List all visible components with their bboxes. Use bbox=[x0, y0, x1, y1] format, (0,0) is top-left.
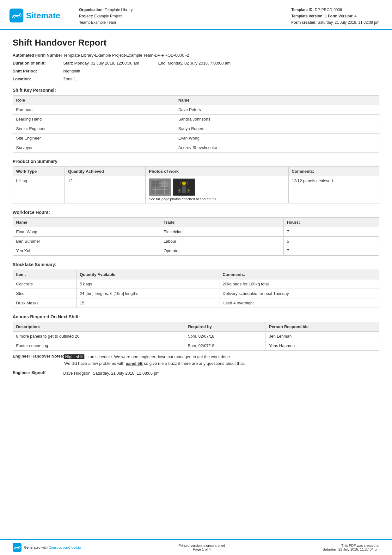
template-id-value-text: DP-PROD-0006 bbox=[315, 8, 342, 12]
sitemate-logo-icon bbox=[9, 9, 23, 22]
workforce-hours-title: Workforce Hours: bbox=[13, 210, 379, 215]
engineer-signoff-row: Engineer Signoff Dave Hodgson, Saturday,… bbox=[13, 370, 379, 377]
note2-rest: so give me a buzz if there are any quest… bbox=[143, 361, 245, 366]
table-cell: Steel bbox=[13, 289, 77, 298]
team-label: Team: bbox=[79, 20, 90, 25]
table-row: ForemanDave Peters bbox=[13, 105, 379, 115]
ss-col-item: Item: bbox=[13, 270, 77, 279]
footer-center-line2: Page 1 of 4 bbox=[179, 547, 225, 551]
report-title: Shift Handover Report bbox=[13, 38, 379, 48]
production-summary-table: Work Type Quantity Achieved Photos of wo… bbox=[13, 166, 379, 203]
engineer-handover-row: Engineer Handover Notes: Night shift is … bbox=[13, 354, 379, 367]
shift-period-value: Nightshift bbox=[63, 69, 379, 73]
svg-point-19 bbox=[188, 190, 189, 191]
skp-col-role: Role bbox=[13, 96, 175, 105]
footer-right: This PDF was created at Saturday, 21 Jul… bbox=[323, 544, 379, 551]
footer-right-line1: This PDF was created at bbox=[323, 544, 379, 547]
table-cell: 7 bbox=[284, 227, 379, 237]
footer-link[interactable]: ConstructionCloud.io bbox=[49, 546, 81, 549]
template-version-line: Template Version: 1 Form Version: 4 bbox=[291, 13, 379, 19]
actions-required-header-row: Description: Required by Person Responsi… bbox=[13, 322, 379, 332]
svg-rect-9 bbox=[152, 181, 159, 187]
table-cell: Evan Wong bbox=[175, 134, 379, 143]
ar-col-required-by: Required by bbox=[185, 322, 266, 332]
workforce-hours-header-row: Name Trade Hours: bbox=[13, 218, 379, 227]
location-value: Zone 1 bbox=[63, 77, 379, 81]
table-cell: Sandra Johnsons bbox=[175, 115, 379, 124]
footer-right-line2: Saturday, 21 July 2018, 11:27:04 pm bbox=[323, 547, 379, 551]
panel-5b-link[interactable]: panel 5B bbox=[126, 361, 143, 366]
header: Sitemate Organisation: Template Library … bbox=[0, 0, 392, 30]
duration-label: Duration of shift: bbox=[13, 61, 63, 65]
table-cell: 15 bbox=[77, 298, 219, 308]
production-summary-title: Production Summary bbox=[13, 159, 379, 164]
automated-form-number-value: Template Library-Example Project-Example… bbox=[63, 53, 379, 58]
table-row: Concrete5 bags20kg bags for 100kg total bbox=[13, 279, 379, 289]
table-cell: 5 bbox=[284, 237, 379, 246]
table-cell: Footer concreting bbox=[13, 341, 185, 351]
table-cell: Foreman bbox=[13, 105, 175, 115]
table-row: Site EngineerEvan Wong bbox=[13, 134, 379, 143]
table-cell: 5 bags bbox=[77, 279, 219, 289]
footer-generated-pre: Generated with bbox=[24, 546, 49, 549]
footer-generated-text: Generated with ConstructionCloud.io bbox=[24, 546, 81, 549]
svg-rect-10 bbox=[161, 181, 168, 187]
actions-required-title: Actions Required On Next Shift: bbox=[13, 314, 379, 319]
table-cell: 8 more panels to get to outlined 20 bbox=[13, 332, 185, 341]
form-created-line: Form created: Saturday, 21 July 2018, 11… bbox=[291, 20, 379, 25]
duration-end: End: Monday, 02 July 2018, 7:00:00 am bbox=[158, 61, 230, 65]
table-cell: Electrician bbox=[160, 227, 284, 237]
table-cell: 7 bbox=[284, 246, 379, 256]
table-cell: Evan Wong bbox=[13, 227, 160, 237]
engineer-signoff-value: Dave Hodgson, Saturday, 21 July 2018, 11… bbox=[63, 370, 379, 377]
table-cell: Operator bbox=[160, 246, 284, 256]
table-cell: Surveyor bbox=[13, 143, 175, 153]
ar-col-person: Person Responsible bbox=[266, 322, 379, 332]
ps-work-type: Lifting bbox=[13, 176, 65, 203]
ps-comments: 12/12 panels achieved bbox=[288, 176, 379, 203]
table-cell: Leading Hand bbox=[13, 115, 175, 124]
ps-col-quantity: Quantity Achieved bbox=[65, 167, 146, 176]
shift-key-personnel-title: Shift Key Personnel: bbox=[13, 88, 379, 93]
header-meta-left: Organisation: Template Library Project: … bbox=[79, 7, 133, 25]
table-cell: Dusk Masks bbox=[13, 298, 77, 308]
project-label: Project: bbox=[79, 14, 93, 18]
automated-form-number-row: Automated Form Number Template Library-E… bbox=[13, 53, 379, 58]
photo-thumb-1 bbox=[149, 178, 171, 196]
stocktake-summary-header-row: Item: Quantity Available: Comments: bbox=[13, 270, 379, 279]
organisation-value-text: Template Library bbox=[105, 8, 133, 12]
wh-col-hours: Hours: bbox=[284, 218, 379, 227]
stocktake-summary-table: Item: Quantity Available: Comments: Conc… bbox=[13, 270, 379, 308]
ps-col-photos: Photos of work bbox=[146, 167, 289, 176]
ss-col-comments: Comments: bbox=[219, 270, 379, 279]
duration-start: Start: Monday, 02 July 2018, 12:00:00 am bbox=[63, 61, 139, 65]
team-value-text: Example Team bbox=[91, 20, 116, 25]
skp-col-name: Name bbox=[175, 96, 379, 105]
footer-logo: Generated with ConstructionCloud.io bbox=[13, 543, 81, 552]
table-row: Footer concreting5pm, 02/07/18Yens Hanme… bbox=[13, 341, 379, 351]
duration-values: Start: Monday, 02 July 2018, 12:00:00 am… bbox=[63, 61, 230, 65]
table-cell: Jen Lehman bbox=[266, 332, 379, 341]
form-version-value-text: 4 bbox=[354, 14, 357, 18]
table-row: Ben SummerLabour5 bbox=[13, 237, 379, 246]
template-id-line: Template ID: DP-PROD-0006 bbox=[291, 7, 379, 13]
table-cell: 20kg bags for 100kg total bbox=[219, 279, 379, 289]
ps-quantity: 12 bbox=[65, 176, 146, 203]
ps-col-work-type: Work Type bbox=[13, 167, 65, 176]
table-row: Yen XuiOperator7 bbox=[13, 246, 379, 256]
table-row: 8 more panels to get to outlined 205pm, … bbox=[13, 332, 379, 341]
table-cell: Yens Hanmen bbox=[266, 341, 379, 351]
table-cell: Concrete bbox=[13, 279, 77, 289]
engineer-handover-label: Engineer Handover Notes: bbox=[13, 354, 64, 359]
form-version-label-text: Form Version: bbox=[328, 14, 353, 18]
project-value-text: Example Project bbox=[94, 14, 122, 18]
shift-key-personnel-table: Role Name ForemanDave PetersLeading Hand… bbox=[13, 95, 379, 153]
header-meta: Organisation: Template Library Project: … bbox=[79, 6, 379, 25]
note1-rest: is on schedule. We were one engineer dow… bbox=[84, 354, 231, 359]
table-row: Evan WongElectrician7 bbox=[13, 227, 379, 237]
logo-text: Sitemate bbox=[26, 11, 60, 21]
engineer-handover-value: Night shift is on schedule. We were one … bbox=[64, 354, 379, 367]
svg-rect-17 bbox=[182, 186, 186, 193]
table-cell: 24 [5m] lengths, 6 [10m] lengths bbox=[77, 289, 219, 298]
table-cell: Labour bbox=[160, 237, 284, 246]
